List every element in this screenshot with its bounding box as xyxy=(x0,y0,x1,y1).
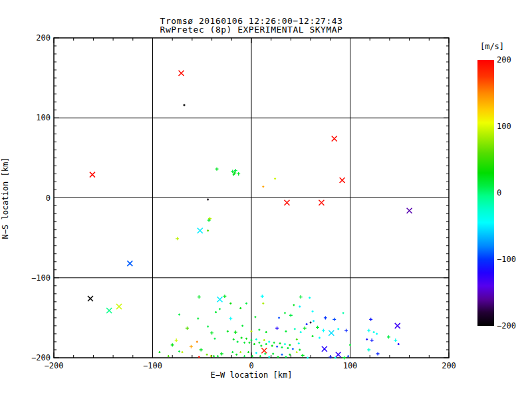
scatter-point xyxy=(229,317,232,321)
scatter-point xyxy=(263,339,265,341)
scatter-point xyxy=(88,296,93,301)
x-tick-label: 200 xyxy=(442,361,456,370)
scatter-point xyxy=(340,178,345,183)
y-tick-label: 100 xyxy=(36,113,51,122)
colorbar-tick-label: 200 xyxy=(497,55,526,65)
scatter-point xyxy=(259,355,261,357)
scatter-point xyxy=(281,354,283,356)
scatter-point xyxy=(235,354,237,356)
scatter-point xyxy=(284,343,286,345)
scatter-point xyxy=(301,354,305,357)
scatter-point xyxy=(261,348,267,353)
scatter-point xyxy=(281,346,283,348)
scatter-point xyxy=(251,339,253,341)
scatter-point xyxy=(329,331,334,336)
scatter-point xyxy=(213,355,215,357)
colorbar-tick-label: −200 xyxy=(497,321,526,331)
scatter-point xyxy=(285,331,287,332)
scatter-point xyxy=(332,318,336,321)
scatter-point xyxy=(395,323,400,329)
y-tick-label: 0 xyxy=(46,194,51,203)
scatter-point xyxy=(127,261,132,266)
scatter-point xyxy=(241,325,243,327)
scatter-point xyxy=(231,170,234,173)
scatter-point xyxy=(168,355,170,357)
scatter-point xyxy=(207,326,209,328)
scatter-point xyxy=(158,351,160,353)
scatter-point xyxy=(289,344,291,346)
scatter-point xyxy=(303,327,307,330)
scatter-point xyxy=(116,304,122,309)
scatter-point xyxy=(231,351,233,353)
scatter-point xyxy=(255,352,257,354)
scatter-point xyxy=(255,338,257,340)
scatter-point xyxy=(284,200,289,205)
scatter-point xyxy=(367,329,370,332)
scatter-point xyxy=(322,329,325,332)
scatter-point xyxy=(215,168,219,171)
scatter-point xyxy=(219,308,221,310)
colorbar-tick-label: 0 xyxy=(497,188,526,198)
scatter-point xyxy=(319,200,324,205)
scatter-point xyxy=(307,357,309,359)
scatter-point xyxy=(268,340,270,342)
scatter-point xyxy=(278,317,280,319)
scatter-point xyxy=(287,347,289,349)
scatter-point xyxy=(296,338,298,340)
scatter-point xyxy=(322,346,327,352)
x-tick-label: −100 xyxy=(143,361,162,370)
scatter-point xyxy=(239,351,241,353)
scatter-point xyxy=(332,136,337,142)
scatter-point xyxy=(324,316,327,319)
scatter-point xyxy=(239,307,241,309)
colorbar-tick-label: 100 xyxy=(497,122,526,131)
scatter-point xyxy=(309,297,311,299)
scatter-point xyxy=(296,351,298,353)
scatter-point xyxy=(289,314,293,317)
scatter-point xyxy=(294,328,296,330)
scatter-point xyxy=(237,340,239,342)
scatter-point xyxy=(233,338,235,340)
scatter-point xyxy=(312,311,314,313)
scatter-point xyxy=(176,237,179,240)
scatter-point xyxy=(284,312,286,314)
scatter-point xyxy=(175,338,178,342)
x-tick-label: −200 xyxy=(45,361,64,370)
scatter-point xyxy=(299,348,301,350)
scatter-point xyxy=(342,312,344,314)
scatter-point xyxy=(319,336,321,338)
scatter-point xyxy=(186,327,189,330)
scatter-point xyxy=(306,323,308,325)
scatter-point xyxy=(298,342,300,344)
y-tick-label: −100 xyxy=(31,273,51,283)
scatter-point xyxy=(293,304,295,306)
scatter-point xyxy=(210,331,213,334)
scatter-point xyxy=(265,343,267,345)
scatter-point xyxy=(223,295,226,298)
scatter-point xyxy=(394,338,397,342)
scatter-point xyxy=(207,229,209,231)
scatter-point xyxy=(407,208,412,213)
y-tick-label: 200 xyxy=(36,33,51,43)
scatter-point xyxy=(206,354,208,356)
colorbar: 2001000−100−200 xyxy=(477,60,524,326)
x-tick-label: 100 xyxy=(343,361,358,370)
scatter-point xyxy=(376,332,378,334)
scatter-point xyxy=(171,343,174,346)
scatter-point xyxy=(265,331,267,333)
colorbar-tick-label: −100 xyxy=(497,255,526,264)
scatter-point xyxy=(262,186,264,188)
scatter-point xyxy=(260,344,262,346)
scatter-point xyxy=(370,338,374,342)
scatter-point xyxy=(337,328,339,330)
scatter-point xyxy=(196,340,198,342)
scatter-point xyxy=(349,344,351,346)
scatter-point xyxy=(376,352,380,355)
scatter-point xyxy=(367,348,370,351)
scatter-point xyxy=(310,322,312,324)
scatter-point xyxy=(387,335,390,338)
scatter-point xyxy=(200,348,203,351)
scatter-point xyxy=(184,104,186,106)
scatter-point xyxy=(264,352,266,354)
scatter-point xyxy=(251,331,253,332)
